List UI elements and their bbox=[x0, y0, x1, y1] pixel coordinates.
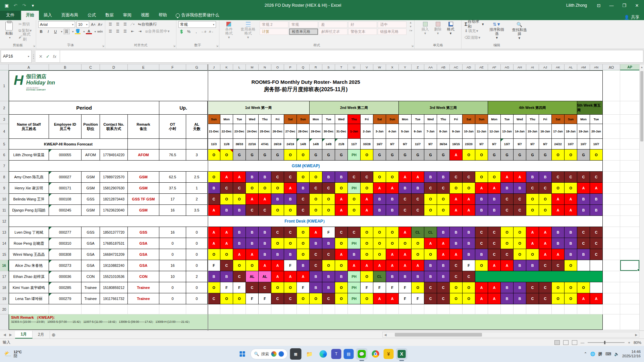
col-header-AC[interactable]: AC bbox=[450, 64, 463, 70]
row-header-21[interactable] bbox=[0, 314, 9, 330]
date-cell[interactable]: 12-Jan bbox=[488, 124, 501, 139]
staff-contact[interactable]: 16684731209 bbox=[100, 249, 128, 260]
cell-empty[interactable] bbox=[437, 304, 450, 314]
shift-cell[interactable]: A bbox=[488, 183, 501, 194]
cell-empty[interactable] bbox=[577, 304, 590, 314]
col-header-AF[interactable]: AF bbox=[488, 64, 501, 70]
hscroll-right-icon[interactable]: ▶ bbox=[634, 333, 639, 337]
shift-cell[interactable]: B bbox=[539, 172, 552, 183]
shift-cell[interactable]: A bbox=[335, 249, 348, 260]
col-header-AM[interactable]: AM bbox=[577, 64, 590, 70]
shift-cell[interactable]: B bbox=[233, 227, 246, 238]
redo-icon[interactable]: ↷ bbox=[21, 3, 27, 8]
staff-al-days[interactable]: 0 bbox=[186, 293, 208, 304]
forecast-cell[interactable]: 21/8 bbox=[335, 139, 348, 149]
shift-cell[interactable]: G bbox=[577, 149, 590, 161]
cell-AO[interactable] bbox=[603, 227, 620, 238]
date-cell[interactable]: 16-Jan bbox=[539, 124, 552, 139]
shift-cell[interactable]: G bbox=[412, 149, 424, 161]
forecast-cell[interactable]: 10/7 bbox=[577, 139, 590, 149]
shift-cell[interactable]: A bbox=[450, 149, 463, 161]
row-header-9[interactable]: 9 bbox=[0, 183, 9, 194]
staff-contact[interactable]: 18212873443 bbox=[100, 194, 128, 205]
shift-cell[interactable]: B bbox=[386, 271, 399, 282]
shift-cell[interactable]: B bbox=[552, 227, 565, 238]
shift-cell[interactable]: C bbox=[348, 172, 361, 183]
shift-cell[interactable]: C bbox=[297, 194, 310, 205]
date-cell[interactable]: 10-Jan bbox=[463, 124, 475, 139]
shift-cell[interactable]: C bbox=[310, 260, 322, 271]
format-painter-button[interactable]: 🖌 格式刷 bbox=[17, 34, 34, 40]
cell-empty[interactable] bbox=[220, 304, 233, 314]
staff-position[interactable]: Trainee bbox=[82, 282, 100, 293]
row-header-3[interactable]: 3 bbox=[0, 115, 9, 124]
taskbar-search-box[interactable]: 🔍 搜索 👤 bbox=[251, 349, 288, 359]
staff-contact[interactable]: 17623623040 bbox=[100, 205, 128, 216]
shift-cell[interactable]: B bbox=[322, 238, 335, 249]
shift-cell[interactable]: O bbox=[220, 293, 233, 304]
shift-cell[interactable]: B bbox=[463, 227, 475, 238]
cell-style-常规[interactable]: 常规 bbox=[289, 21, 318, 28]
shift-cell[interactable]: O bbox=[450, 293, 463, 304]
insert-cells-button[interactable]: 插入▾ bbox=[420, 21, 431, 36]
sheet-nav-next-icon[interactable]: ▶ bbox=[9, 333, 12, 337]
day-name-cell[interactable]: Tue bbox=[501, 115, 514, 124]
col-header-AJ[interactable]: AJ bbox=[539, 64, 552, 70]
cell-empty[interactable] bbox=[463, 304, 475, 314]
shift-cell[interactable]: O bbox=[335, 293, 348, 304]
gallery-more-icon[interactable]: ≡▾ bbox=[409, 29, 412, 32]
shift-cell[interactable]: O bbox=[501, 227, 514, 238]
date-cell[interactable]: 23-Dec bbox=[233, 124, 246, 139]
day-name-cell[interactable]: Thu bbox=[348, 115, 361, 124]
cell-AP[interactable] bbox=[620, 260, 640, 271]
name-box-splitter[interactable]: ⋮ bbox=[32, 50, 36, 63]
shift-cell[interactable]: O bbox=[437, 205, 450, 216]
staff-contact[interactable]: 18501377720 bbox=[100, 227, 128, 238]
staff-remark[interactable]: GSA bbox=[128, 249, 159, 260]
shift-cell[interactable]: PH bbox=[348, 271, 361, 282]
shift-cell[interactable]: A bbox=[450, 249, 463, 260]
sheet-nav-prev-icon[interactable]: ◀ bbox=[3, 333, 6, 337]
shift-cell[interactable]: O bbox=[297, 249, 310, 260]
day-name-cell[interactable]: Wed bbox=[514, 115, 526, 124]
shift-cell[interactable]: O bbox=[488, 172, 501, 183]
staff-id[interactable]: 000310 bbox=[49, 238, 82, 249]
shift-cell[interactable]: O bbox=[310, 293, 322, 304]
shift-cell[interactable]: B bbox=[386, 205, 399, 216]
shift-cell[interactable]: A bbox=[361, 205, 373, 216]
shift-cell[interactable]: C bbox=[208, 194, 220, 205]
shift-cell[interactable]: C bbox=[526, 183, 539, 194]
volume-icon[interactable]: 🔈 bbox=[614, 352, 619, 356]
insert-function-icon[interactable]: fx bbox=[53, 54, 56, 59]
col-header-O[interactable]: O bbox=[271, 64, 284, 70]
shift-cell[interactable]: A bbox=[399, 249, 412, 260]
cell-style-解释性文本[interactable]: 解释性文本 bbox=[319, 28, 347, 35]
shift-cell[interactable]: B bbox=[322, 172, 335, 183]
shift-cell[interactable]: B bbox=[208, 183, 220, 194]
shift-cell[interactable]: G bbox=[335, 149, 348, 161]
shift-cell[interactable]: C bbox=[310, 183, 322, 194]
align-middle-icon[interactable]: ☰ bbox=[115, 21, 121, 27]
shift-cell[interactable]: B bbox=[437, 227, 450, 238]
date-cell[interactable]: 25-Dec bbox=[259, 124, 271, 139]
col-header-K[interactable]: K bbox=[220, 64, 233, 70]
ribbon-tab-页面布局[interactable]: 页面布局 bbox=[57, 11, 83, 20]
normal-view-icon[interactable] bbox=[554, 340, 560, 345]
decrease-indent-icon[interactable]: ⇤ bbox=[129, 28, 136, 34]
shift-cell[interactable]: B bbox=[450, 238, 463, 249]
shift-cell[interactable] bbox=[577, 260, 590, 271]
font-size-combobox[interactable]: 10▾ bbox=[76, 21, 89, 28]
shift-cell[interactable]: C bbox=[501, 194, 514, 205]
cell-empty[interactable] bbox=[284, 304, 297, 314]
shift-cell[interactable]: G bbox=[399, 149, 412, 161]
shift-cell[interactable]: PH bbox=[348, 282, 361, 293]
cell-empty[interactable] bbox=[552, 304, 565, 314]
table-header-ot[interactable]: OT小时 bbox=[159, 115, 186, 139]
shift-cell[interactable]: O bbox=[322, 194, 335, 205]
shift-cell[interactable]: O bbox=[475, 172, 488, 183]
shift-cell[interactable]: C bbox=[437, 293, 450, 304]
date-cell[interactable]: 4-Jan bbox=[386, 124, 399, 139]
shift-cell[interactable]: B bbox=[412, 271, 424, 282]
shift-cell[interactable]: C bbox=[590, 227, 603, 238]
shift-cell[interactable]: A bbox=[463, 205, 475, 216]
